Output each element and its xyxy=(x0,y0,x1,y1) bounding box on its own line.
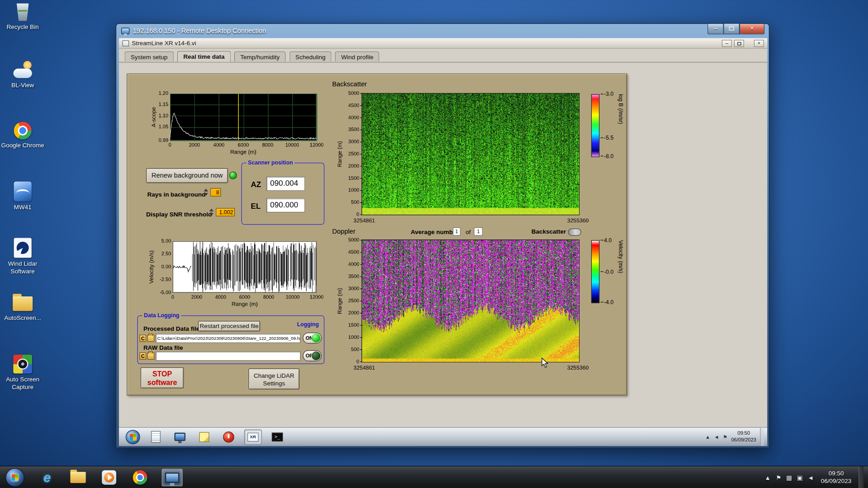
colorbar-tick: -8.0 xyxy=(601,153,613,159)
toggle-knob-on xyxy=(311,333,321,343)
wind-lidar-icon xyxy=(14,238,32,258)
desktop-icon-wind-lidar[interactable]: Wind Lidar Software xyxy=(1,238,44,276)
processed-logging-toggle[interactable]: ON xyxy=(303,333,322,343)
remote-taskbar-streamline-xr[interactable]: XR xyxy=(244,429,262,445)
tab-scheduling[interactable]: Scheduling xyxy=(289,52,332,61)
show-desktop-button[interactable] xyxy=(859,466,863,488)
host-taskbar: e ▲ ⚑ ▦ ▣ ◄ 09:50 06/09/2023 xyxy=(0,466,868,488)
a-scope-plot xyxy=(141,89,324,160)
app-content: Renew background now Rays in background … xyxy=(119,63,767,427)
snr-value-field[interactable]: 1.002 xyxy=(216,208,235,216)
folder-icon xyxy=(13,296,33,312)
desktop-icon-label: BL-View xyxy=(1,82,44,89)
remote-taskbar-computer[interactable] xyxy=(171,429,189,445)
backscatter-toggle[interactable] xyxy=(568,229,581,236)
tray-expand-icon[interactable]: ▲ xyxy=(705,434,710,440)
chrome-icon xyxy=(14,122,32,139)
rdp-window-title: 192.168.0.150 - Remote Desktop Connectio… xyxy=(133,27,266,35)
mouse-cursor xyxy=(542,357,549,370)
desktop-icon-autoscreen[interactable]: AutoScreen... xyxy=(1,296,44,322)
processed-data-path-field[interactable]: C:\LidarA\Data\Proc\2023\202309\20230906… xyxy=(156,333,301,343)
restart-processed-file-button[interactable]: Restart processed file xyxy=(198,321,260,331)
data-logging-title: Data Logging xyxy=(142,312,181,318)
tab-temp-humidity[interactable]: Temp/humidity xyxy=(234,52,286,61)
desktop-icon-mw41[interactable]: MW41 xyxy=(1,182,44,211)
rdp-titlebar[interactable]: 192.168.0.150 - Remote Desktop Connectio… xyxy=(116,24,769,38)
speaker-icon[interactable]: ◄ xyxy=(808,474,814,481)
taskbar-chrome[interactable] xyxy=(130,469,151,486)
desktop-icon-label: MW41 xyxy=(1,204,44,211)
remote-clock[interactable]: 09:50 06/09/2023 xyxy=(731,430,756,443)
remote-desktop-icon xyxy=(165,472,179,483)
desktop-icon-label: Google Chrome xyxy=(1,141,44,149)
maximize-icon xyxy=(729,27,734,31)
colorbar-tick: 4.0 xyxy=(601,237,612,243)
close-button[interactable]: × xyxy=(740,24,764,34)
ie-icon: e xyxy=(43,470,51,485)
rays-spinner[interactable] xyxy=(204,188,209,196)
desktop-icon-label: Wind Lidar Software xyxy=(1,260,44,276)
doppler-title: Doppler xyxy=(332,227,355,235)
minimize-button[interactable]: – xyxy=(708,24,724,34)
network-icon[interactable]: ⚑ xyxy=(723,434,727,440)
renew-background-button[interactable]: Renew background now xyxy=(146,168,228,183)
tab-real-time-data[interactable]: Real time data xyxy=(177,51,231,62)
desktop-icon-auto-screen-capture[interactable]: Auto Screen Capture xyxy=(1,355,44,391)
remote-taskbar-power[interactable] xyxy=(220,429,237,445)
taskbar-media-player[interactable] xyxy=(99,469,120,486)
scanner-position-group: Scanner position AZ 090.004 EL 090.000 xyxy=(241,163,325,225)
remote-taskbar-console[interactable]: >_ xyxy=(269,429,286,445)
desktop-icon-google-chrome[interactable]: Google Chrome xyxy=(1,122,44,149)
tab-bar: System setup Real time data Temp/humidit… xyxy=(119,49,767,63)
tab-wind-profile[interactable]: Wind profile xyxy=(335,52,379,61)
average-number-field[interactable]: 1 xyxy=(453,227,461,235)
start-button[interactable] xyxy=(5,468,24,487)
raw-data-path-field[interactable] xyxy=(156,352,301,361)
app-minimize-button[interactable]: – xyxy=(722,40,732,47)
remote-taskbar-notepad[interactable] xyxy=(146,429,164,445)
monitor-icon[interactable]: ▣ xyxy=(797,474,803,481)
taskbar-remote-desktop[interactable] xyxy=(162,469,183,486)
remote-show-desktop-button[interactable] xyxy=(760,427,764,446)
maximize-button[interactable] xyxy=(723,24,740,34)
app-title: StreamLine XR v14-6.vi xyxy=(132,40,196,47)
browse-folder-icon[interactable] xyxy=(147,335,155,342)
az-value-field[interactable]: 090.004 xyxy=(266,177,305,191)
browse-folder-icon[interactable] xyxy=(147,352,155,360)
taskbar-internet-explorer[interactable]: e xyxy=(37,469,58,486)
raw-logging-toggle[interactable]: OFF xyxy=(303,350,322,361)
flag-icon[interactable]: ⚑ xyxy=(776,474,781,481)
rays-value-field[interactable]: 8 xyxy=(210,188,221,196)
power-icon xyxy=(223,431,234,442)
backscatter-toggle-label: Backscatter xyxy=(532,228,566,235)
app-maximize-button[interactable] xyxy=(734,40,744,47)
desktop-icon-bl-view[interactable]: BL-View xyxy=(1,61,44,89)
network-icon[interactable]: ▦ xyxy=(786,474,792,481)
taskbar-explorer[interactable] xyxy=(67,469,89,486)
app-titlebar[interactable]: StreamLine XR v14-6.vi – × xyxy=(119,38,767,48)
speaker-icon[interactable]: ◄ xyxy=(714,434,719,440)
stop-software-button[interactable]: STOP software xyxy=(141,367,184,389)
host-clock[interactable]: 09:50 06/09/2023 xyxy=(819,470,854,485)
processed-data-file-label: Processed Data file xyxy=(143,325,199,332)
remote-taskbar-sticky-notes[interactable] xyxy=(195,429,213,445)
scanner-position-title: Scanner position xyxy=(246,160,295,165)
remote-taskbar: XR >_ ▲ ◄ ⚑ 09:50 06/09/2023 xyxy=(119,427,767,446)
tab-system-setup[interactable]: System setup xyxy=(125,52,174,61)
rays-in-background-label: Rays in background xyxy=(147,191,206,197)
doppler-colorbar: 4.0 -0.0 -4.0 Velocity (m/s) xyxy=(591,237,638,310)
el-value-field[interactable]: 090.000 xyxy=(266,198,305,212)
colorbar-label: log B (/m/sr) xyxy=(618,94,624,157)
raw-data-file-label: RAW Data file xyxy=(143,344,183,351)
drive-letter-box[interactable]: C xyxy=(140,335,146,342)
host-date: 06/09/2023 xyxy=(821,478,851,485)
desktop-icon-recycle-bin[interactable]: Recycle Bin xyxy=(1,3,44,31)
average-of-field[interactable]: 1 xyxy=(474,227,483,235)
drive-letter-box[interactable]: C xyxy=(140,352,146,360)
change-lidar-settings-button[interactable]: Change LiDAR Settings xyxy=(249,369,300,390)
remote-start-button[interactable] xyxy=(126,430,140,444)
app-icon xyxy=(123,40,129,46)
snr-spinner[interactable] xyxy=(209,208,214,216)
tray-expand-icon[interactable]: ▲ xyxy=(765,474,771,481)
app-close-button[interactable]: × xyxy=(754,40,764,47)
